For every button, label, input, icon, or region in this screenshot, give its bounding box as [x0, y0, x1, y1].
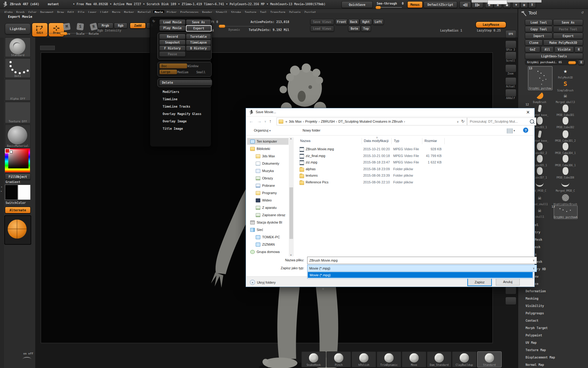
window-option[interactable]: Window	[187, 64, 198, 68]
palette-expand-icon[interactable]: ▸	[1, 190, 2, 193]
texture-thumbnail[interactable]: Texture Off	[5, 102, 31, 123]
shelf-actual-button[interactable]	[505, 77, 516, 85]
tool-thumb-polymesh3d[interactable]: ★PolyMesh3D	[554, 66, 577, 79]
material-thumbnail[interactable]: BasicMaterial	[5, 125, 31, 148]
sidebar-item-zizman[interactable]: ZIZMAN	[247, 241, 288, 248]
sidebar-item-ten-komputer[interactable]: Ten komputer	[247, 138, 288, 145]
pause-button[interactable]: Pause	[159, 51, 186, 57]
breadcrumb-segment-3ds-max[interactable]: 3ds Max	[289, 120, 302, 123]
load-tool-button[interactable]: Load Tool	[525, 19, 552, 25]
top-view-button[interactable]: Top	[361, 26, 371, 32]
back-icon[interactable]: ←	[249, 118, 254, 124]
timeline-on-off[interactable]: on off	[23, 352, 33, 355]
right-view-button[interactable]: Rght	[360, 19, 372, 25]
section-morph-target[interactable]: Morph Target	[526, 326, 548, 330]
shelf-zoom-button[interactable]	[505, 64, 516, 72]
tool-thumb-pm3d-cube3d2[interactable]: PM3D_Cube3D2	[554, 116, 577, 129]
sidebar-item-muzyka[interactable]: Muzyka	[247, 167, 288, 174]
tray-brush-hpolish[interactable]: hPolish	[352, 351, 376, 367]
movie-menu-item-modifiers[interactable]: Modifiers	[163, 90, 179, 94]
file-name-combo[interactable]: ZBrush Movie.mpg ∨	[307, 257, 537, 264]
sidebar-item-dokumenty[interactable]: Dokumenty	[247, 160, 288, 167]
section-displacement-map[interactable]: Displacement Map	[526, 356, 555, 359]
sidebar-item-obrazy[interactable]: Obrazy	[247, 175, 288, 182]
import-button[interactable]: Import	[525, 33, 552, 39]
sidebar-scrollbar[interactable]: ∧ ∨	[289, 137, 294, 256]
tool-thumb-merged-skull3[interactable]: ☠Merged_skull3	[554, 91, 577, 104]
breadcrumb-segment-dt-sculpting-mutated-creatures-in-zbrush[interactable]: DT_Sculpting Mutated Creatures in ZBrush	[338, 120, 403, 123]
forward-icon[interactable]: →	[257, 118, 262, 124]
history-caret-icon[interactable]: ∨	[264, 120, 266, 123]
refresh-icon[interactable]: ↻	[461, 119, 465, 124]
save-views-button[interactable]: Save Views	[310, 19, 334, 25]
file-name-caret-icon[interactable]: ∨	[533, 259, 535, 262]
export-button[interactable]: Export	[186, 25, 212, 32]
organize-menu[interactable]: Organizuj ▾	[254, 128, 271, 132]
section-polygroups[interactable]: Polygroups	[526, 312, 544, 315]
tray-brush-move[interactable]: Move	[402, 351, 426, 367]
curve-widget-icon[interactable]	[23, 357, 31, 362]
file-row-ziz-mpg[interactable]: ziz.mpg2015-08-18 23:47MPEG Video File1 …	[298, 159, 513, 166]
bottom-view-button[interactable]: Botm	[348, 26, 360, 32]
shelf-icon[interactable]	[505, 297, 516, 305]
tool-reset-icon[interactable]: ↺	[581, 10, 584, 14]
hide-folders-button[interactable]: ▴ Ukryj foldery	[250, 280, 276, 285]
tool-thumb-pm3d-cube3d4-1[interactable]: PM3D_Cube3D4_1	[554, 142, 577, 155]
movie-menu-item-timeline-tracks[interactable]: TimeLine Tracks	[163, 105, 190, 108]
default-zscript-button[interactable]: DefaultZScript	[424, 1, 457, 8]
view-mode-caret-icon[interactable]: ▾	[514, 129, 515, 132]
sidebar-item-wideo[interactable]: Wideo	[247, 197, 288, 204]
sidebar-item-biblioteki[interactable]: Biblioteki	[247, 145, 288, 152]
sidebar-item-programy[interactable]: Programy	[247, 190, 288, 196]
rgb-intensity-slider[interactable]	[46, 33, 95, 33]
save-as-tool-button[interactable]: Save As	[553, 19, 583, 25]
doc-button[interactable]: Doc	[159, 63, 187, 69]
scroll-up-icon[interactable]: ∧	[290, 137, 292, 140]
tray-brush-claybuildup[interactable]: ClayBuildup	[452, 351, 477, 367]
alt-material-frame[interactable]	[4, 215, 31, 245]
make-polymesh-button[interactable]: Make PolyMesh3D	[543, 40, 583, 46]
goz-r-button[interactable]: R	[575, 46, 583, 52]
tool-thumb-pm3d-cube3d8[interactable]: PM3D_Cube3D8	[554, 166, 577, 179]
menu-refresh-icon[interactable]: ↻	[153, 18, 155, 23]
scroll-down-icon[interactable]: ∨	[290, 254, 292, 256]
shelf-icon[interactable]	[505, 286, 516, 294]
tray-brush-snakehook[interactable]: SnakeHook	[301, 351, 326, 367]
load-movie-button[interactable]: Load Movie	[159, 19, 186, 25]
save-button[interactable]: Zapisz	[467, 278, 492, 286]
dialog-close-icon[interactable]: ×	[522, 108, 534, 116]
section-normal-map[interactable]: Normal Map	[526, 363, 544, 366]
lazy-mouse-button[interactable]: LazyMouse	[476, 21, 506, 28]
tray-brush-pinch[interactable]: Pinch	[326, 351, 351, 367]
play-movie-button[interactable]: Play Movie	[159, 25, 186, 31]
help-icon[interactable]: ?	[523, 128, 528, 133]
copy-tool-button[interactable]: Copy Tool	[525, 26, 552, 32]
lightbox-button[interactable]: LightBox	[5, 23, 31, 34]
menus-button[interactable]: Menus	[407, 1, 423, 8]
b-history-button[interactable]: B History	[186, 45, 211, 51]
tool-slider-r-button[interactable]: R	[578, 60, 584, 65]
movie-menu-item-overlay-magnify-glass[interactable]: Overlay Magnify Glass	[163, 112, 201, 116]
main-color-swatch[interactable]	[5, 185, 18, 200]
shelf-bpr-button[interactable]: BPR	[505, 30, 516, 38]
movie-menu-item-timeline[interactable]: TimeLine	[163, 98, 177, 101]
goz-button[interactable]: GoZ	[525, 46, 540, 52]
dialog-titlebar[interactable]: Save Movie... ×	[246, 108, 534, 117]
snapshot-button[interactable]: Snapshot	[159, 40, 186, 45]
column-name[interactable]: Nazwa	[300, 139, 311, 143]
save-type-option[interactable]: Movie (*.mpg)	[308, 272, 533, 278]
tool-thumb-highlighterbrush[interactable]: HighlighterBrush	[554, 193, 577, 206]
sidebar-item-z-aparatu[interactable]: Z aparatu	[247, 204, 288, 211]
file-row-alphas[interactable]: alphas2015-08-18 23:09Folder plików	[298, 166, 513, 173]
movie-menu-item-overlay-image[interactable]: Overlay Image	[163, 120, 187, 123]
delete-button[interactable]: Delete	[159, 80, 212, 86]
mrgb-button[interactable]: Mrgb	[97, 23, 113, 29]
tool-thumb-pm3d-cube3d1[interactable]: PM3D_Cube3D1	[554, 104, 577, 117]
search-input[interactable]	[469, 119, 529, 124]
fill-object-button[interactable]: FillObject	[5, 174, 31, 180]
alpha-thumbnail[interactable]: Alpha Off	[5, 79, 31, 101]
section-contact[interactable]: Contact	[526, 319, 538, 322]
breadcrumb-bar[interactable]: «3ds Max›Projekty›ZBRUSH›DT_Sculpting Mu…	[277, 117, 467, 125]
large-button[interactable]: Large	[159, 69, 177, 75]
focal-shift-handle[interactable]	[219, 25, 225, 28]
